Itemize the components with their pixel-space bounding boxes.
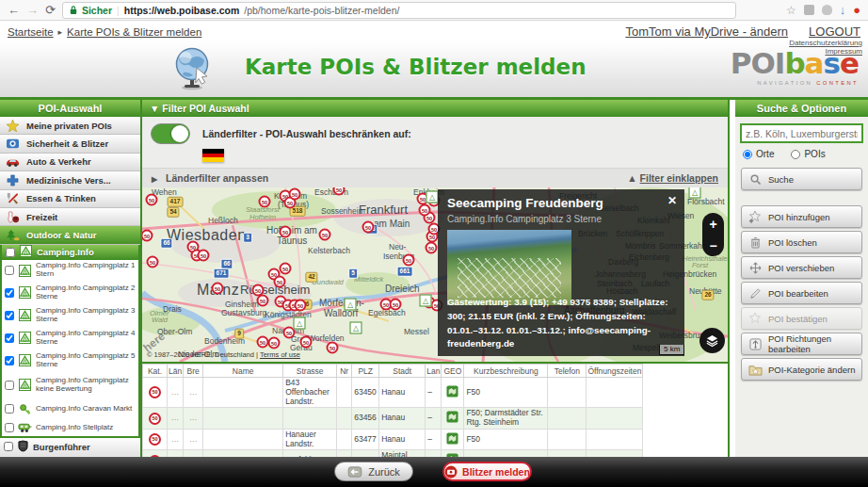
breadcrumb-page[interactable]: Karte POIs & Blitzer melden [67,26,201,38]
speed-camera-marker[interactable]: 50 [146,194,158,206]
camping-poi-marker[interactable]: △ [420,295,432,307]
poi-verschieben-button[interactable]: POI verschieben [741,256,862,279]
extension-cloud-icon[interactable] [822,5,832,15]
camping-checkbox[interactable] [5,288,14,298]
breadcrumb-home[interactable]: Startseite [8,26,54,38]
report-blitzer-button[interactable]: Blitzer melden [442,462,532,481]
camping-item-camping-info-campingplatz-5-sterne[interactable]: Camping.Info Campingplatz 5 Sterne [2,349,138,372]
forward-icon[interactable]: → [26,4,39,16]
speed-camera-marker[interactable]: 50 [362,221,375,234]
logout-link[interactable]: LOGOUT [809,24,860,39]
speed-camera-marker[interactable]: 50 [212,283,224,295]
download-icon[interactable]: ↓ [840,4,846,16]
speed-camera-marker[interactable]: 50 [280,263,292,275]
speed-camera-marker[interactable]: 50 [257,295,269,307]
camping-item-camping-info-campingplatz-3-sterne[interactable]: Camping.Info Campingplatz 3 Sterne [2,304,138,327]
camping-poi-marker[interactable]: △ [294,317,306,330]
speed-camera-marker[interactable]: 50 [147,256,159,268]
camping-checkbox[interactable] [5,266,14,275]
filter-panel-header[interactable]: ▼ Filter POI Auswahl [142,100,728,117]
camping-checkbox[interactable] [5,333,14,343]
speed-camera-marker[interactable]: 50 [327,342,339,354]
imprint-link[interactable]: Impressum [789,47,862,56]
column-header[interactable]: Län [168,365,184,378]
poi-richtungen-bearbeiten-button[interactable]: POI Richtungen bearbeiten [741,333,862,355]
speed-camera-marker[interactable]: 50 [198,250,210,262]
burgenfuehrer-checkbox[interactable] [4,442,13,451]
sidebar-item-outdoor-natur[interactable]: Outdoor & Natur [0,226,140,244]
column-header[interactable]: Kat. [143,365,168,378]
table-row[interactable]: 50……B43 Offenbacher Landstr.63450Hanau–F… [143,378,643,408]
table-row[interactable]: 50……Hanauer Landstr.63477Hanau–F50 [143,429,643,450]
back-icon[interactable]: ← [8,4,20,16]
sidebar-item-burgenfuehrer[interactable]: Burgenführer [0,438,140,456]
camping-item-camping-info-stellplatz[interactable]: Camping.Info Stellplatz [2,420,138,436]
camping-poi-marker[interactable]: △ [689,187,701,199]
germany-flag-icon[interactable] [202,149,224,162]
column-header[interactable]: Bre [184,365,203,378]
speed-camera-marker[interactable]: 50 [300,336,313,349]
sidebar-item-meine-privaten-pois[interactable]: Meine privaten POIs [0,117,140,135]
map-canvas[interactable]: WehenKelkheim(Taunus)EschbornSossenheimF… [142,187,728,362]
speed-camera-marker[interactable]: 50 [419,204,431,217]
adjust-country-filter[interactable]: ▶ Länderfilter anpassen [152,172,268,184]
search-button[interactable]: Suche [741,168,862,190]
back-button[interactable]: Zurück [334,462,413,481]
column-header[interactable]: GEO [442,365,464,378]
camping-group-header[interactable]: Camping.Info [2,245,138,260]
camping-checkbox[interactable] [5,404,14,414]
poi-bearbeiten-button[interactable]: POI bearbeiten [741,282,862,304]
sidebar-item-auto-verkehr[interactable]: Auto & Verkehr [0,154,140,171]
poi-kategorie-ndern-button[interactable]: POI-Kategorie ändern [741,358,862,381]
camping-poi-marker[interactable]: △ [345,299,357,311]
privacy-link[interactable]: Datenschutzerklärung [789,39,862,47]
speed-camera-marker[interactable]: 50 [426,242,438,254]
close-icon[interactable]: ✕ [667,194,677,207]
sidebar-item-essen-trinken[interactable]: Essen & Trinken [0,190,140,208]
camping-item-camping-info-campingplatz-1-stern[interactable]: Camping.Info Campingplatz 1 Stern [2,260,138,282]
column-header[interactable]: Stadt [379,365,426,378]
search-input[interactable] [740,123,863,143]
speed-camera-marker[interactable]: 50 [295,300,307,312]
camping-item-camping-info-campingplatz-keine-bewertung[interactable]: Camping.Info Campingplatz keine Bewertun… [2,372,138,398]
column-header[interactable]: Lan [426,365,442,378]
reload-icon[interactable]: ⟳ [45,4,56,16]
extension-icon[interactable] [804,5,814,15]
speed-camera-marker[interactable]: 50 [268,337,281,349]
sidebar-item-medizinische-vers[interactable]: Medizinische Vers... [0,171,140,189]
speed-camera-marker[interactable]: 50 [289,188,301,201]
record-icon[interactable]: ● [853,4,860,16]
pois-radio[interactable] [791,150,800,159]
orte-radio[interactable] [743,150,752,159]
column-header[interactable]: Strasse [283,365,337,378]
map-layers-button[interactable] [699,328,725,353]
sidebar-item-freizeit[interactable]: Freizeit [0,208,140,226]
camping-checkbox[interactable] [5,356,14,365]
camping-item-camping-info-caravan-markt[interactable]: Camping.Info Caravan Markt [2,398,138,420]
column-header[interactable]: Telefon [548,365,587,378]
account-link[interactable]: TomTom via MyDrive - ändern [625,24,788,39]
camping-checkbox[interactable] [5,381,14,390]
zoom-in-button[interactable]: + [709,218,716,231]
zoom-out-button[interactable]: − [709,239,716,252]
camping-poi-marker[interactable]: △ [350,322,362,334]
speed-camera-marker[interactable]: 50 [403,254,415,267]
speed-camera-marker[interactable]: 50 [319,229,331,241]
camping-checkbox[interactable] [5,311,14,320]
camping-item-camping-info-campingplatz-2-sterne[interactable]: Camping.Info Campingplatz 2 Sterne [2,282,138,304]
speed-camera-marker[interactable]: 50 [259,196,271,208]
column-header[interactable]: Nr [337,365,352,378]
camping-item-camping-info-campingplatz-4-sterne[interactable]: Camping.Info Campingplatz 4 Sterne [2,327,138,349]
camping-poi-marker[interactable]: △ [426,191,439,203]
column-header[interactable]: PLZ [352,365,379,378]
sidebar-item-sicherheit-blitzer[interactable]: Sicherheit & Blitzer [0,135,140,153]
poi-hinzuf-gen-button[interactable]: POI hinzufügen [741,205,862,228]
country-filter-toggle[interactable] [151,123,190,144]
bookmark-star-icon[interactable]: ☆ [786,5,796,16]
speed-camera-marker[interactable]: 50 [390,299,402,311]
column-header[interactable]: Name [203,365,283,378]
speed-camera-marker[interactable]: 50 [280,226,292,238]
column-header[interactable]: Kurzbeschreibung [464,365,548,378]
poi-l-schen-button[interactable]: POI löschen [741,231,862,253]
address-bar[interactable]: Sicher | https://web.poibase.com/pb/home… [62,2,736,19]
